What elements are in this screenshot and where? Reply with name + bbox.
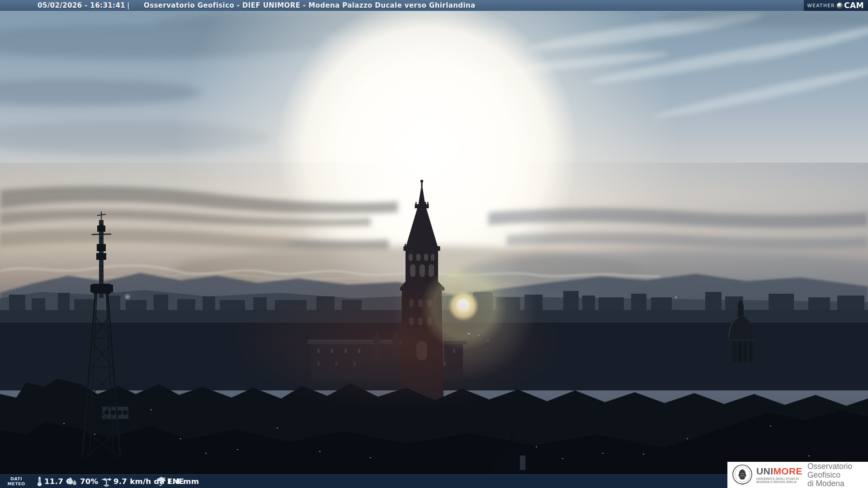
orb-icon [837, 3, 843, 9]
wind-vane-icon [100, 476, 112, 487]
camera-title: Osservatorio Geofisico - DIEF UNIMORE - … [144, 0, 476, 11]
unimore-subtitle: UNIVERSITÀ DEGLI STUDI DI MODENA E REGGI… [756, 477, 802, 483]
rain-value: 1.4 mm [167, 475, 199, 488]
dati-meteo-label: DATI METEO [6, 476, 26, 486]
webcam-photo [0, 0, 868, 488]
datetime-text: 05/02/2026 - 16:31:41 [38, 0, 125, 11]
humidity-value: 70% [80, 475, 98, 488]
humidity-drops-icon [67, 476, 78, 487]
unimore-logo-box: UNIMORE UNIVERSITÀ DEGLI STUDI DI MODENA… [727, 462, 868, 488]
observatory-name: Osservatorio Geofisico di Modena [807, 462, 868, 488]
unimore-uni-text: UNI [756, 466, 773, 476]
timestamp-bar: 05/02/2026 - 16:31:41 | Osservatorio Geo… [0, 0, 868, 11]
steam-plume [125, 295, 130, 299]
webcam-page: 05/02/2026 - 16:31:41 | Osservatorio Geo… [0, 0, 868, 488]
warm-light-tint [231, 273, 565, 409]
thermometer-icon [36, 476, 43, 487]
unimore-brand: UNIMORE UNIVERSITÀ DEGLI STUDI DI MODENA… [756, 466, 802, 483]
university-seal-icon [732, 464, 753, 486]
rooftop-hvac [102, 407, 128, 419]
weathercam-logo: Weather CAM [804, 0, 868, 11]
unimore-more-text: MORE [773, 466, 802, 476]
weathercam-cam: CAM [844, 1, 864, 10]
weathercam-word: Weather [807, 3, 835, 8]
separator: | [127, 0, 130, 11]
umbrella-icon [156, 476, 166, 487]
